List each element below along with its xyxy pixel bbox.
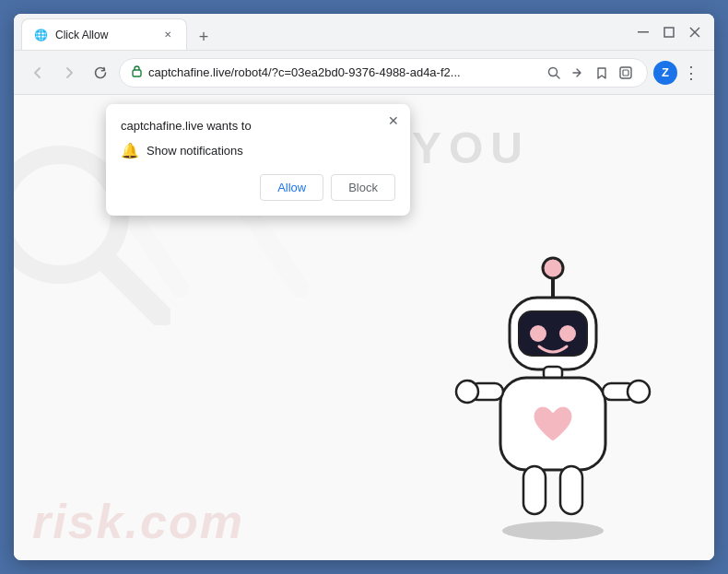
tab-title: Click Allow bbox=[55, 29, 153, 41]
back-button[interactable] bbox=[25, 60, 51, 86]
svg-point-13 bbox=[543, 258, 563, 278]
url-field[interactable]: captchafine.live/robot4/?c=03ea2bd0-9376… bbox=[119, 58, 648, 88]
close-button[interactable] bbox=[683, 20, 707, 44]
notification-popup: ✕ captchafine.live wants to 🔔 Show notif… bbox=[106, 104, 410, 216]
reload-button[interactable] bbox=[88, 60, 113, 86]
svg-rect-0 bbox=[638, 31, 649, 33]
url-text: captchafine.live/robot4/?c=03ea2bd0-9376… bbox=[148, 65, 538, 79]
svg-point-17 bbox=[559, 325, 576, 342]
url-icons bbox=[544, 63, 636, 83]
svg-rect-1 bbox=[664, 28, 674, 37]
forward-button[interactable] bbox=[56, 60, 82, 86]
svg-rect-15 bbox=[519, 311, 587, 356]
allow-button[interactable]: Allow bbox=[260, 174, 323, 201]
profile-button[interactable]: Z bbox=[653, 61, 677, 85]
maximize-button[interactable] bbox=[657, 20, 681, 44]
search-icon[interactable] bbox=[544, 63, 564, 83]
robot-illustration bbox=[447, 247, 659, 542]
svg-rect-7 bbox=[620, 67, 631, 78]
active-tab[interactable]: 🌐 Click Allow ✕ bbox=[21, 18, 187, 50]
svg-point-23 bbox=[628, 381, 650, 403]
svg-point-16 bbox=[530, 325, 546, 342]
popup-buttons: Allow Block bbox=[121, 174, 395, 201]
popup-permission: 🔔 Show notifications bbox=[121, 142, 395, 159]
svg-rect-4 bbox=[133, 70, 141, 76]
popup-title: captchafine.live wants to bbox=[121, 119, 395, 133]
address-bar: captchafine.live/robot4/?c=03ea2bd0-9376… bbox=[14, 51, 714, 95]
window-controls bbox=[631, 20, 707, 44]
address-right-icons: Z ⋮ bbox=[653, 61, 703, 85]
tab-close-button[interactable]: ✕ bbox=[160, 28, 175, 42]
you-text: YOU bbox=[412, 123, 530, 173]
tab-bar: 🌐 Click Allow ✕ + bbox=[21, 14, 624, 50]
svg-point-11 bbox=[502, 521, 604, 540]
block-button[interactable]: Block bbox=[331, 174, 395, 201]
svg-rect-25 bbox=[560, 466, 582, 514]
bell-icon: 🔔 bbox=[121, 142, 139, 159]
svg-rect-8 bbox=[623, 70, 628, 76]
bookmark-icon[interactable] bbox=[592, 63, 612, 83]
browser-window: 🌐 Click Allow ✕ + bbox=[14, 14, 714, 560]
permission-text: Show notifications bbox=[147, 144, 243, 158]
page-background: YOU risk.com bbox=[14, 95, 714, 560]
page-content: YOU risk.com bbox=[14, 95, 714, 560]
lock-icon bbox=[131, 64, 143, 80]
svg-rect-24 bbox=[523, 466, 546, 514]
title-bar: 🌐 Click Allow ✕ + bbox=[14, 14, 714, 51]
share-icon[interactable] bbox=[568, 63, 588, 83]
watermark-brand: risk.com bbox=[32, 494, 244, 549]
svg-line-6 bbox=[557, 75, 560, 78]
minimize-button[interactable] bbox=[631, 20, 655, 44]
extension-icon[interactable] bbox=[616, 63, 636, 83]
popup-close-button[interactable]: ✕ bbox=[384, 111, 403, 130]
tab-favicon: 🌐 bbox=[33, 28, 48, 42]
new-tab-button[interactable]: + bbox=[191, 24, 217, 50]
svg-point-21 bbox=[456, 381, 478, 403]
menu-button[interactable]: ⋮ bbox=[679, 61, 703, 85]
